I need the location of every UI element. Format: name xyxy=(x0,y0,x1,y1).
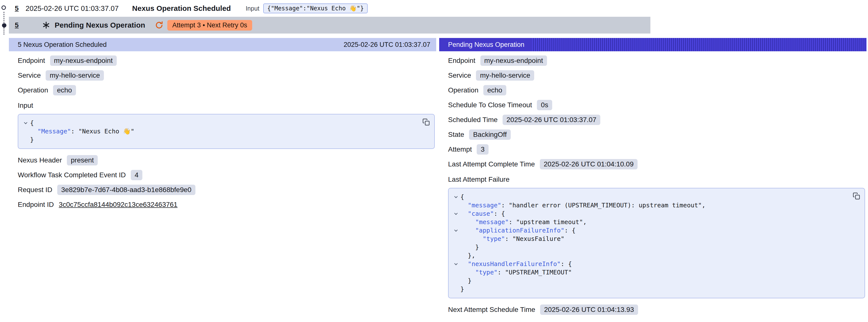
detail-field-row: Attempt3 xyxy=(448,142,865,157)
copy-icon xyxy=(853,192,860,200)
failure-section-label: Last Attempt Failure xyxy=(448,172,865,186)
field-list: Next Attempt Schedule Time2025-02-26 UTC… xyxy=(448,302,865,317)
detail-field-row: Operationecho xyxy=(448,83,865,98)
event-id-link[interactable]: 5 xyxy=(15,21,19,29)
field-label: Attempt xyxy=(448,146,472,153)
asterisk-icon xyxy=(42,22,50,29)
field-value-badge: 4 xyxy=(131,170,143,180)
code-line: } xyxy=(452,285,850,293)
event-history-page: 5 2025-02-26 UTC 01:03:37.07 Nexus Opera… xyxy=(0,0,868,322)
event-timestamp: 2025-02-26 UTC 01:03:37.07 xyxy=(26,4,123,12)
chevron-down-icon[interactable] xyxy=(452,260,460,268)
detail-field-row: Endpointmy-nexus-endpoint xyxy=(18,53,435,68)
code-line: } xyxy=(452,277,850,285)
timeline-rail xyxy=(0,0,9,44)
detail-field-row: Next Attempt Schedule Time2025-02-26 UTC… xyxy=(448,302,865,317)
pending-event-title: Pending Nexus Operation xyxy=(55,21,145,29)
circular-arrow-icon xyxy=(155,21,163,29)
field-label: Next Attempt Schedule Time xyxy=(448,306,535,314)
field-label: Endpoint xyxy=(448,57,475,65)
code-text: } xyxy=(460,277,471,285)
field-label: Workflow Task Completed Event ID xyxy=(18,171,126,179)
field-value-badge: 3 xyxy=(477,144,489,155)
chevron-down-icon[interactable] xyxy=(452,226,460,235)
code-line: "nexusHandlerFailureInfo": { xyxy=(452,260,850,268)
code-line: "type": "UPSTREAM_TIMEOUT" xyxy=(452,268,850,277)
event-row-scheduled[interactable]: 5 2025-02-26 UTC 01:03:37.07 Nexus Opera… xyxy=(0,0,868,17)
code-text: "nexusHandlerFailureInfo": { xyxy=(460,260,572,268)
code-line: } xyxy=(452,243,850,252)
field-label: Scheduled Time xyxy=(448,116,498,124)
detail-field-row: Servicemy-hello-service xyxy=(18,68,435,83)
field-value-badge: my-nexus-endpoint xyxy=(480,56,547,66)
field-label: Service xyxy=(448,71,471,79)
field-list: Endpointmy-nexus-endpointServicemy-hello… xyxy=(448,53,865,171)
pending-panel-header: Pending Nexus Operation xyxy=(439,38,867,51)
code-text: { xyxy=(460,193,464,201)
code-line: "type": "NexusFailure" xyxy=(452,235,850,243)
field-label: Endpoint xyxy=(18,57,45,65)
field-label: Endpoint ID xyxy=(18,201,54,208)
field-value-link[interactable]: 3c0c75ccfa8144b092c13ce632463761 xyxy=(59,201,177,208)
field-label: Nexus Header xyxy=(18,156,62,164)
scheduled-panel-body: Endpointmy-nexus-endpointServicemy-hello… xyxy=(9,51,436,212)
code-gutter xyxy=(452,243,460,252)
code-text: "message": "handler error (UPSTREAM_TIME… xyxy=(460,201,705,210)
detail-field-row: Endpoint ID3c0c75ccfa8144b092c13ce632463… xyxy=(18,197,435,212)
detail-field-row: Scheduled Time2025-02-26 UTC 01:03:37.07 xyxy=(448,112,865,127)
field-label: State xyxy=(448,131,464,138)
field-label: Service xyxy=(18,71,41,79)
field-value-badge: echo xyxy=(483,85,506,95)
chevron-down-icon[interactable] xyxy=(452,193,460,201)
field-list: Endpointmy-nexus-endpointServicemy-hello… xyxy=(18,53,435,98)
circle-filled-icon xyxy=(2,23,6,28)
event-title: Nexus Operation Scheduled xyxy=(132,4,231,12)
input-code-block: { "Message": "Nexus Echo 👋"} xyxy=(18,114,435,149)
code-text: { xyxy=(30,119,34,127)
field-label: Operation xyxy=(18,86,48,94)
detail-field-row: Nexus Headerpresent xyxy=(18,153,435,168)
event-row-pending-selected[interactable]: 5 Pending Nexus Operation Attempt 3 • Ne… xyxy=(9,17,650,34)
field-value-badge: my-hello-service xyxy=(45,70,104,80)
chevron-down-icon[interactable] xyxy=(21,119,30,127)
failure-code-block: { "message": "handler error (UPSTREAM_TI… xyxy=(448,188,865,298)
code-text: "Message": "Nexus Echo 👋" xyxy=(30,127,134,136)
attempt-retry-badge: Attempt 3 • Next Retry 0s xyxy=(167,20,252,31)
field-value-badge: 2025-02-26 UTC 01:04:13.93 xyxy=(540,304,638,315)
input-preview-chip: {"Message":"Nexus Echo 👋"} xyxy=(263,3,368,13)
code-gutter xyxy=(452,235,460,243)
copy-button[interactable] xyxy=(853,192,860,200)
pending-panel-body: Endpointmy-nexus-endpointServicemy-hello… xyxy=(439,51,867,317)
event-id-link[interactable]: 5 xyxy=(15,4,19,12)
code-gutter xyxy=(452,277,460,285)
code-text: "type": "UPSTREAM_TIMEOUT" xyxy=(460,268,572,277)
field-value-badge: 2025-02-26 UTC 01:04:10.09 xyxy=(540,159,638,169)
event-detail-panels: 5 Nexus Operation Scheduled 2025-02-26 U… xyxy=(9,38,867,317)
code-text: } xyxy=(460,243,479,252)
panel-title: Pending Nexus Operation xyxy=(439,38,532,51)
chevron-down-icon[interactable] xyxy=(452,210,460,218)
code-text: "message": "upstream timeout", xyxy=(460,218,587,226)
field-label: Request ID xyxy=(18,186,52,194)
code-line: "Message": "Nexus Echo 👋" xyxy=(21,127,420,136)
detail-field-row: Request ID3e829b7e-7d67-4b08-aad3-b1e868… xyxy=(18,183,435,197)
copy-button[interactable] xyxy=(423,118,430,126)
field-value-badge: 0s xyxy=(537,100,552,110)
code-text: } xyxy=(30,136,34,144)
detail-field-row: Endpointmy-nexus-endpoint xyxy=(448,53,865,68)
detail-field-row: Last Attempt Complete Time2025-02-26 UTC… xyxy=(448,157,865,171)
field-value-badge: my-nexus-endpoint xyxy=(50,56,117,66)
scheduled-event-panel: 5 Nexus Operation Scheduled 2025-02-26 U… xyxy=(9,38,436,212)
scheduled-panel-header: 5 Nexus Operation Scheduled 2025-02-26 U… xyxy=(9,38,436,51)
pending-operation-panel: Pending Nexus Operation Endpointmy-nexus… xyxy=(439,38,867,317)
code-text: "cause": { xyxy=(460,210,505,218)
code-gutter xyxy=(21,136,30,144)
pending-row-wrapper: 5 Pending Nexus Operation Attempt 3 • Ne… xyxy=(0,17,868,34)
input-label: Input xyxy=(246,5,259,12)
code-text: "applicationFailureInfo": { xyxy=(460,226,576,235)
code-line: "applicationFailureInfo": { xyxy=(452,226,850,235)
detail-field-row: Operationecho xyxy=(18,83,435,98)
field-label: Last Attempt Complete Time xyxy=(448,160,535,168)
code-text: }, xyxy=(460,252,475,260)
detail-field-row: StateBackingOff xyxy=(448,127,865,142)
